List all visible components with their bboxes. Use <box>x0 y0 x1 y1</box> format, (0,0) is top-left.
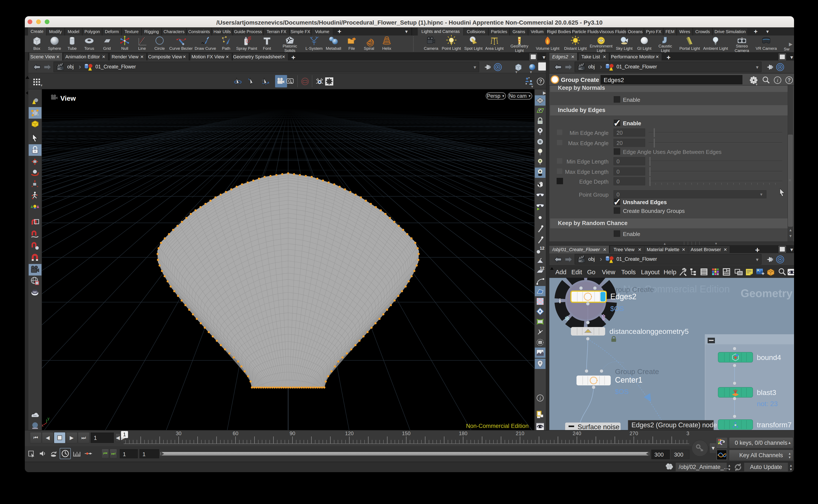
svg-text:x: x <box>42 423 43 427</box>
svg-text:$OS: $OS <box>610 305 624 312</box>
svg-text:12: 12 <box>540 266 544 271</box>
svg-text:Edges2 (Group Create) node: Edges2 (Group Create) node <box>632 421 717 429</box>
svg-text:Edges2: Edges2 <box>610 292 637 301</box>
svg-text:60: 60 <box>233 430 239 436</box>
svg-text:⇧: ⇧ <box>600 313 606 322</box>
svg-text:30: 30 <box>176 430 181 436</box>
svg-text:Surface noise: Surface noise <box>577 423 620 430</box>
svg-text:?: ? <box>539 78 542 84</box>
svg-text:Group Create: Group Create <box>615 367 659 376</box>
svg-text:y: y <box>47 416 49 421</box>
svg-text:distancealonggeometry5: distancealonggeometry5 <box>609 327 689 335</box>
svg-text:i: i <box>539 395 541 401</box>
svg-text:90: 90 <box>290 430 296 436</box>
svg-text:180: 180 <box>459 430 467 436</box>
svg-text:❄: ❄ <box>564 315 570 322</box>
svg-text:not: 23: not: 23 <box>757 400 778 408</box>
svg-text:12: 12 <box>540 246 544 251</box>
svg-text:i: i <box>559 297 561 305</box>
svg-text:bound4: bound4 <box>757 353 781 361</box>
svg-text:blast3: blast3 <box>757 388 776 396</box>
svg-text:240: 240 <box>573 430 581 436</box>
svg-text:Geometry: Geometry <box>741 287 793 299</box>
svg-text:270: 270 <box>630 430 638 436</box>
svg-text:Non-Commercial Edition: Non-Commercial Edition <box>466 423 528 429</box>
svg-text:$OS: $OS <box>615 388 629 395</box>
svg-text:150: 150 <box>402 430 410 436</box>
svg-text:transform7: transform7 <box>757 421 792 429</box>
svg-text:Center1: Center1 <box>615 376 643 384</box>
svg-text:120: 120 <box>345 430 354 436</box>
svg-text:View: View <box>60 94 76 102</box>
svg-text:300: 300 <box>687 430 689 436</box>
svg-text:210: 210 <box>516 430 524 436</box>
svg-text:?: ? <box>788 77 791 83</box>
svg-text:i: i <box>777 77 778 83</box>
